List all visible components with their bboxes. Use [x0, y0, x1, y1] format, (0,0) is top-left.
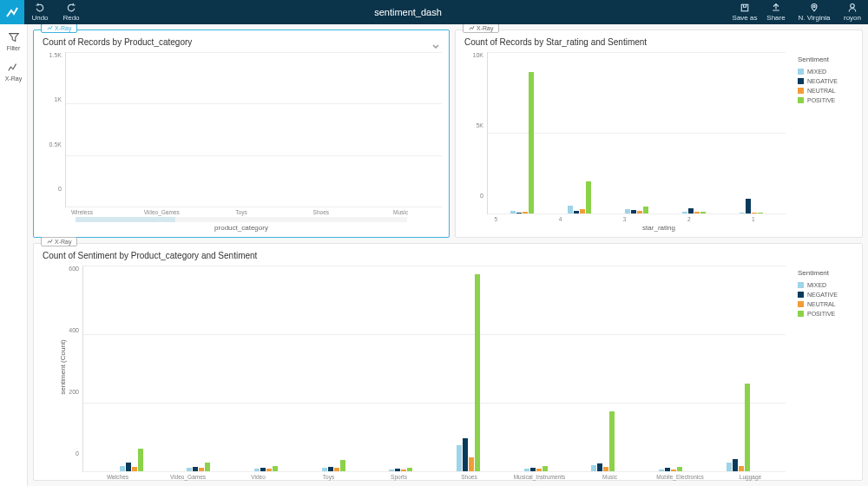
panel-title: Count of Sentiment by Product_category a…: [34, 244, 862, 262]
svg-rect-0: [741, 4, 748, 11]
x-ticks: 54321: [456, 214, 862, 222]
xray-chip[interactable]: X-Ray: [463, 24, 499, 33]
chevron-down-icon[interactable]: [431, 39, 440, 48]
topbar: Undo Redo sentiment_dash Save as Share N…: [0, 0, 868, 24]
redo-button[interactable]: Redo: [56, 0, 87, 24]
plot-area: [487, 52, 786, 214]
user-button[interactable]: royon: [837, 0, 868, 24]
xray-chip[interactable]: X-Ray: [41, 24, 77, 33]
svg-point-2: [851, 4, 855, 9]
y-axis: 10K5K0: [456, 49, 487, 214]
panel-sentiment-category[interactable]: X-Ray Count of Sentiment by Product_cate…: [33, 243, 863, 481]
x-label: star_rating: [456, 222, 862, 237]
dashboard-title: sentiment_dash: [87, 7, 729, 17]
plot-area: [82, 266, 786, 472]
app-logo[interactable]: [0, 0, 24, 24]
filter-button[interactable]: Filter: [7, 31, 21, 51]
legend: Sentiment MIXED NEGATIVE NEUTRAL POSITIV…: [792, 262, 862, 472]
x-ticks: WirelessVideo_GamesToysShoesMusic: [34, 207, 449, 215]
xray-button[interactable]: X-Ray: [5, 62, 22, 82]
y-axis: 6004002000: [34, 262, 82, 472]
legend: Sentiment MIXED NEGATIVE NEUTRAL POSITIV…: [792, 49, 862, 214]
panel-title: Count of Records by Product_category: [34, 30, 449, 49]
svg-point-1: [813, 5, 815, 7]
saveas-button[interactable]: Save as: [729, 0, 760, 24]
xray-chip[interactable]: X-Ray: [41, 237, 77, 246]
undo-button[interactable]: Undo: [24, 0, 56, 24]
panel-product-category[interactable]: X-Ray Count of Records by Product_catego…: [33, 30, 450, 238]
y-axis: 1.5K1K0.5K0: [34, 49, 65, 207]
plot-area: [65, 52, 442, 207]
x-ticks: WatchesVideo_GamesVideoToysSportsShoesMu…: [34, 472, 862, 480]
y-label: sentiment (Count): [59, 339, 67, 395]
panel-title: Count of Records by Star_rating and Sent…: [456, 30, 862, 49]
panel-star-rating[interactable]: X-Ray Count of Records by Star_rating an…: [455, 30, 863, 238]
x-label: product_category: [34, 222, 449, 237]
share-button[interactable]: Share: [760, 0, 792, 24]
region-button[interactable]: N. Virginia: [792, 0, 837, 24]
sidebar: Filter X-Ray: [0, 24, 28, 486]
